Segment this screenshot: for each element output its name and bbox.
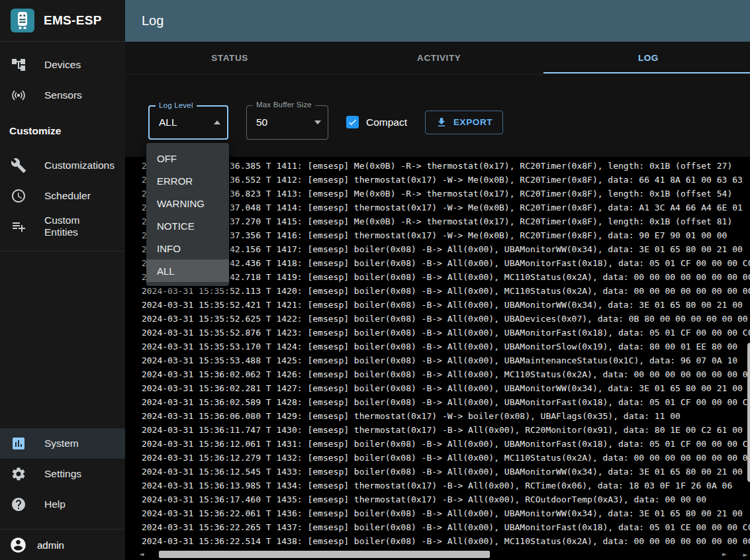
compact-checkbox-row: Compact [346,116,407,128]
log-line: 2024-03-31 15:36:22.061 T 1436: [emsesp]… [142,506,750,520]
log-level-select[interactable]: Log Level ALL [148,105,228,140]
sidebar-item-sensors[interactable]: Sensors [0,80,125,111]
horizontal-scrollbar[interactable]: ◄ ► [138,549,728,559]
sidebar-nav-bottom: System Settings Help [0,428,125,520]
sidebar-item-label: Custom Entities [44,214,115,238]
help-icon [11,496,26,512]
log-line: 2024-03-31 15:35:42.718 T 1419: [emsesp]… [142,270,750,284]
log-line: 2024-03-31 15:35:42.436 T 1418: [emsesp]… [142,256,750,270]
menu-item-info[interactable]: INFO [146,237,229,259]
menu-item-all[interactable]: ALL [146,259,229,282]
log-level-menu: OFF ERROR WARNING NOTICE INFO ALL [146,143,229,286]
log-line: 2024-03-31 15:36:13.985 T 1434: [emsesp]… [142,479,750,492]
sidebar-item-label: Devices [44,59,81,71]
sidebar-item-system[interactable]: System [0,428,125,459]
log-line: 2024-03-31 15:36:02.281 T 1427: [emsesp]… [142,381,750,395]
log-line: 2024-03-31 15:36:12.061 T 1431: [emsesp]… [142,437,750,451]
app-bar: Log [125,0,750,42]
sidebar-item-label: System [44,438,79,449]
device-tree-icon [11,57,26,73]
sidebar-nav-main: Devices Sensors [0,42,125,111]
export-button-label: EXPORT [453,117,492,127]
log-line: 2024-03-31 15:35:37.356 T 1416: [emsesp]… [142,228,750,242]
chevron-up-icon [214,120,220,124]
tab-label: ACTIVITY [417,53,461,63]
brand: EMS-ESP [0,0,125,42]
log-line: 2024-03-31 15:35:37.270 T 1415: [emsesp]… [142,214,750,228]
check-icon [348,117,357,127]
sidebar-item-customizations[interactable]: Customizations [0,150,125,181]
tab-status[interactable]: STATUS [125,42,334,73]
vertical-scrollbar-thumb[interactable] [747,343,750,482]
sidebar-nav-customize: Customizations Scheduler Custom Entities [0,142,125,242]
log-line: 2024-03-31 15:35:52.625 T 1422: [emsesp]… [142,312,750,326]
max-buffer-size-value: 50 [256,117,267,128]
username-label: admin [37,539,64,551]
tab-label: LOG [638,53,659,63]
log-line: 2024-03-31 15:36:12.545 T 1433: [emsesp]… [142,465,750,479]
log-line: 2024-03-31 15:35:52.113 T 1420: [emsesp]… [142,284,750,298]
compact-checkbox[interactable] [346,116,359,128]
log-line: 2024-03-31 15:36:02.589 T 1428: [emsesp]… [142,395,750,409]
tab-log[interactable]: LOG [543,42,750,73]
log-line: 2024-03-31 15:36:11.747 T 1430: [emsesp]… [142,423,750,437]
log-line: 2024-03-31 15:35:52.421 T 1421: [emsesp]… [142,298,750,312]
menu-item-off[interactable]: OFF [146,147,229,169]
download-icon [436,117,447,128]
scroll-right-arrow-icon[interactable]: ► [722,551,728,557]
menu-item-warning[interactable]: WARNING [146,192,229,214]
sidebar-item-help[interactable]: Help [0,489,125,520]
account-circle-icon [9,536,27,554]
sidebar: EMS-ESP Devices Sensors Customize [0,0,125,560]
page-title: Log [142,13,164,28]
sidebar-item-label: Sensors [44,89,82,101]
log-line: 2024-03-31 15:36:02.062 T 1426: [emsesp]… [142,367,750,381]
bar-chart-icon [11,436,26,451]
log-line: 2024-03-31 15:35:36.385 T 1411: [emsesp]… [142,159,750,173]
playlist-add-icon [11,218,26,234]
sidebar-item-scheduler[interactable]: Scheduler [0,181,125,211]
log-line: 2024-03-31 15:36:17.460 T 1435: [emsesp]… [142,492,750,506]
sidebar-item-label: Customizations [44,160,115,171]
max-buffer-size-select[interactable]: Max Buffer Size 50 [246,105,328,140]
sidebar-item-settings[interactable]: Settings [0,459,125,489]
log-line: 2024-03-31 15:35:53.488 T 1425: [emsesp]… [142,353,750,367]
tab-activity[interactable]: ACTIVITY [334,42,543,73]
log-line: 2024-03-31 15:36:12.279 T 1432: [emsesp]… [142,451,750,465]
horizontal-scrollbar-thumb[interactable] [159,551,490,558]
compact-checkbox-label: Compact [366,117,407,128]
main-area: Log STATUS ACTIVITY LOG Log Level ALL Ma… [125,0,750,560]
tab-label: STATUS [211,53,248,63]
log-line: 2024-03-31 15:36:22.265 T 1437: [emsesp]… [142,520,750,534]
gear-icon [11,466,26,482]
wrench-icon [11,158,26,173]
ems-esp-logo-icon [11,9,34,32]
chevron-down-icon [314,120,321,124]
max-buffer-size-label: Max Buffer Size [253,101,315,109]
scroll-left-arrow-icon[interactable]: ◄ [138,551,145,557]
log-line: 2024-03-31 15:35:42.156 T 1417: [emsesp]… [142,242,750,256]
log-line: 2024-03-31 15:35:52.876 T 1423: [emsesp]… [142,326,750,340]
sidebar-item-custom-entities[interactable]: Custom Entities [0,211,125,242]
tab-bar: STATUS ACTIVITY LOG [125,42,750,74]
log-level-value: ALL [159,117,177,128]
menu-item-notice[interactable]: NOTICE [146,214,229,237]
log-line: 2024-03-31 15:36:22.514 T 1438: [emsesp]… [142,534,750,548]
user-account-row[interactable]: admin [0,529,125,560]
sidebar-section-customize: Customize [0,111,125,142]
menu-item-error[interactable]: ERROR [146,169,229,192]
clock-icon [11,188,26,204]
sidebar-item-devices[interactable]: Devices [0,50,125,80]
app-window: EMS-ESP Devices Sensors Customize [0,0,750,560]
scroll-corner-arrow-icon[interactable]: ► [743,551,748,558]
log-line: 2024-03-31 15:35:37.048 T 1414: [emsesp]… [142,201,750,214]
log-line: 2024-03-31 15:36:06.080 T 1429: [emsesp]… [142,409,750,423]
sensors-icon [11,87,26,103]
log-level-label: Log Level [156,101,197,109]
log-line: 2024-03-31 15:35:36.823 T 1413: [emsesp]… [142,187,750,201]
horizontal-scrollbar-track[interactable] [148,551,719,558]
log-line: 2024-03-31 15:35:53.170 T 1424: [emsesp]… [142,340,750,353]
sidebar-item-label: Scheduler [44,190,91,202]
export-button[interactable]: EXPORT [425,111,503,134]
sidebar-spacer [0,252,125,428]
